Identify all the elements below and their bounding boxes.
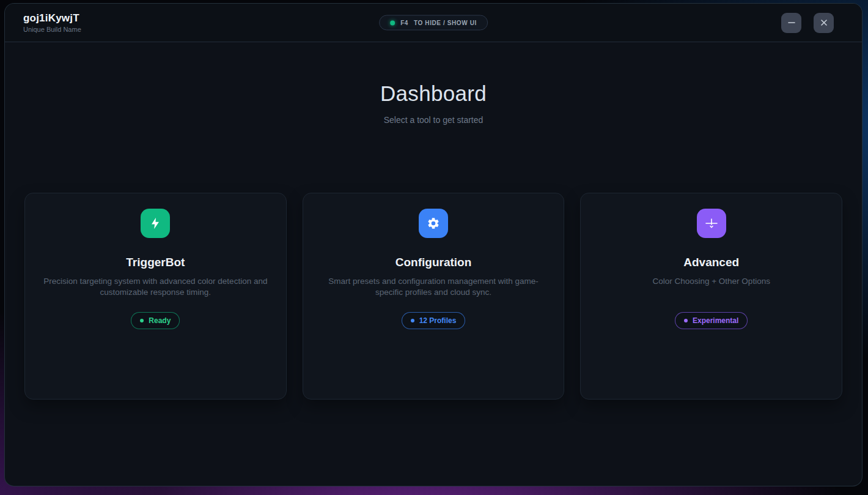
badge-dot-icon: [140, 319, 144, 322]
x-icon: [820, 19, 828, 26]
page-header: Dashboard Select a tool to get started: [5, 42, 862, 125]
lightning-icon: [141, 209, 170, 238]
page-subtitle: Select a tool to get started: [5, 115, 862, 125]
profiles-badge: 12 Profiles: [402, 312, 466, 329]
close-button[interactable]: [814, 13, 834, 33]
badge-dot-icon: [684, 319, 688, 322]
titlebar: goj1iKywjT Unique Build Name F4 TO HIDE …: [5, 4, 862, 42]
hotkey-hint-pill: F4 TO HIDE / SHOW UI: [379, 15, 488, 31]
tool-cards-row: TriggerBot Precision targeting system wi…: [5, 193, 862, 400]
badge-label: 12 Profiles: [419, 316, 457, 325]
hotkey-label: TO HIDE / SHOW UI: [414, 20, 477, 26]
status-dot-icon: [390, 20, 395, 25]
crosshair-icon: [697, 209, 726, 238]
minus-icon: [788, 19, 795, 26]
brand-subtitle: Unique Build Name: [23, 26, 81, 33]
card-triggerbot[interactable]: TriggerBot Precision targeting system wi…: [24, 193, 287, 400]
badge-label: Ready: [149, 316, 171, 325]
card-advanced[interactable]: Advanced Color Choosing + Other Options …: [580, 193, 842, 400]
badge-dot-icon: [411, 319, 414, 322]
badge-label: Experimental: [693, 316, 738, 325]
card-title: Advanced: [581, 256, 842, 269]
app-window: goj1iKywjT Unique Build Name F4 TO HIDE …: [4, 3, 862, 486]
status-badge: Ready: [131, 312, 180, 329]
card-title: TriggerBot: [25, 256, 286, 269]
window-controls: [781, 13, 834, 33]
brand: goj1iKywjT Unique Build Name: [23, 12, 81, 33]
page-title: Dashboard: [5, 81, 862, 106]
gear-icon: [419, 209, 448, 238]
card-description: Precision targeting system with advanced…: [39, 276, 272, 301]
card-title: Configuration: [303, 256, 564, 269]
card-description: Smart presets and configuration manageme…: [317, 276, 550, 301]
minimize-button[interactable]: [781, 13, 801, 33]
main-content: Dashboard Select a tool to get started T…: [5, 42, 862, 486]
card-description: Color Choosing + Other Options: [595, 276, 828, 301]
experimental-badge: Experimental: [675, 312, 748, 329]
hotkey-key: F4: [400, 20, 408, 26]
card-configuration[interactable]: Configuration Smart presets and configur…: [303, 193, 565, 400]
brand-title: goj1iKywjT: [23, 12, 81, 24]
